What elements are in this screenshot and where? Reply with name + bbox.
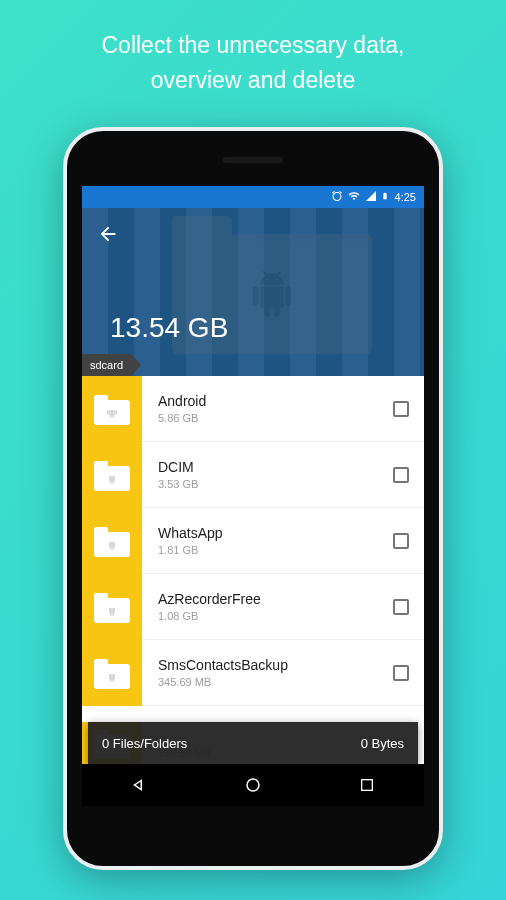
signal-icon [365,190,377,204]
list-item[interactable]: WhatsApp 1.81 GB [82,508,424,574]
item-size: 5.86 GB [158,412,378,424]
selection-bar: 0 Files/Folders 0 Bytes [88,722,418,764]
item-size: 1.08 GB [158,610,378,622]
item-checkbox[interactable] [393,599,409,615]
android-nav-bar [82,764,424,806]
phone-frame: 4:25 13.54 GB sdcard [63,127,443,870]
back-button[interactable] [96,222,120,246]
wifi-icon [347,190,361,204]
app-screen: 4:25 13.54 GB sdcard [82,186,424,806]
item-checkbox[interactable] [393,665,409,681]
breadcrumb-item[interactable]: sdcard [82,354,131,376]
item-size: 3.53 GB [158,478,378,490]
nav-recent-button[interactable] [355,773,379,797]
item-name: SmsContactsBackup [158,657,378,673]
promo-caption: Collect the unnecessary data, overview a… [0,0,506,117]
battery-icon [381,190,389,204]
nav-home-button[interactable] [241,773,265,797]
folder-icon [82,574,142,640]
list-item[interactable]: Android 5.86 GB [82,376,424,442]
nav-back-button[interactable] [127,773,151,797]
item-name: WhatsApp [158,525,378,541]
item-size: 345.69 MB [158,676,378,688]
folder-icon [82,640,142,706]
file-list: Android 5.86 GB DCIM 3.53 GB [82,376,424,706]
breadcrumb[interactable]: sdcard [82,354,131,376]
alarm-icon [331,190,343,204]
list-item[interactable]: DCIM 3.53 GB [82,442,424,508]
item-checkbox[interactable] [393,467,409,483]
storage-header: 13.54 GB sdcard [82,208,424,376]
item-size: 1.81 GB [158,544,378,556]
status-time: 4:25 [395,191,416,203]
list-item[interactable]: SmsContactsBackup 345.69 MB [82,640,424,706]
selection-count: 0 Files/Folders [102,736,187,751]
folder-icon [82,376,142,442]
item-checkbox[interactable] [393,401,409,417]
status-bar: 4:25 [82,186,424,208]
item-name: AzRecorderFree [158,591,378,607]
folder-icon [82,508,142,574]
list-item[interactable]: AzRecorderFree 1.08 GB [82,574,424,640]
item-name: Android [158,393,378,409]
item-checkbox[interactable] [393,533,409,549]
item-name: DCIM [158,459,378,475]
svg-point-0 [247,779,259,791]
storage-size: 13.54 GB [110,312,228,344]
folder-icon [82,442,142,508]
selection-size: 0 Bytes [361,736,404,751]
svg-rect-1 [362,780,373,791]
phone-speaker [223,157,283,163]
